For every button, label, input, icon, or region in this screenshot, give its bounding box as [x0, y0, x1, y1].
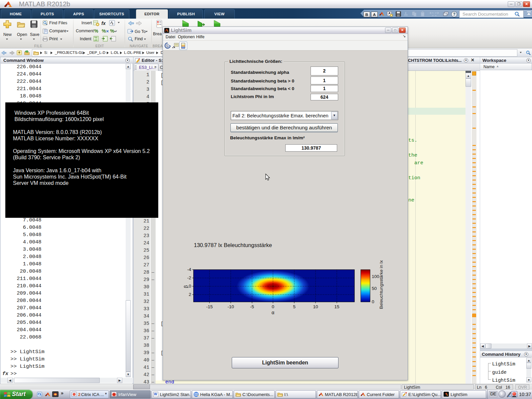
svg-text:Beleuchtungsstärke in lx: Beleuchtungsstärke in lx — [379, 260, 384, 309]
svg-text:50: 50 — [372, 286, 377, 291]
svg-text:α: α — [272, 310, 274, 315]
svg-text:0: 0 — [189, 284, 191, 289]
svg-text:5: 5 — [167, 44, 168, 48]
svg-text:-2: -2 — [187, 275, 191, 280]
svg-text:0: 0 — [372, 299, 374, 304]
svg-text:2: 2 — [189, 292, 191, 297]
svg-text:-15: -15 — [206, 304, 213, 309]
svg-text:15: 15 — [334, 304, 339, 309]
svg-text:-5: -5 — [250, 304, 254, 309]
svg-text:5: 5 — [293, 304, 296, 309]
svg-text:β: β — [184, 285, 189, 288]
svg-text:fi: fi — [112, 23, 113, 25]
svg-text:0: 0 — [272, 304, 274, 309]
svg-text:10: 10 — [313, 304, 318, 309]
svg-text:-10: -10 — [227, 304, 234, 309]
svg-text:-4: -4 — [187, 267, 191, 272]
svg-text:100: 100 — [372, 274, 379, 279]
